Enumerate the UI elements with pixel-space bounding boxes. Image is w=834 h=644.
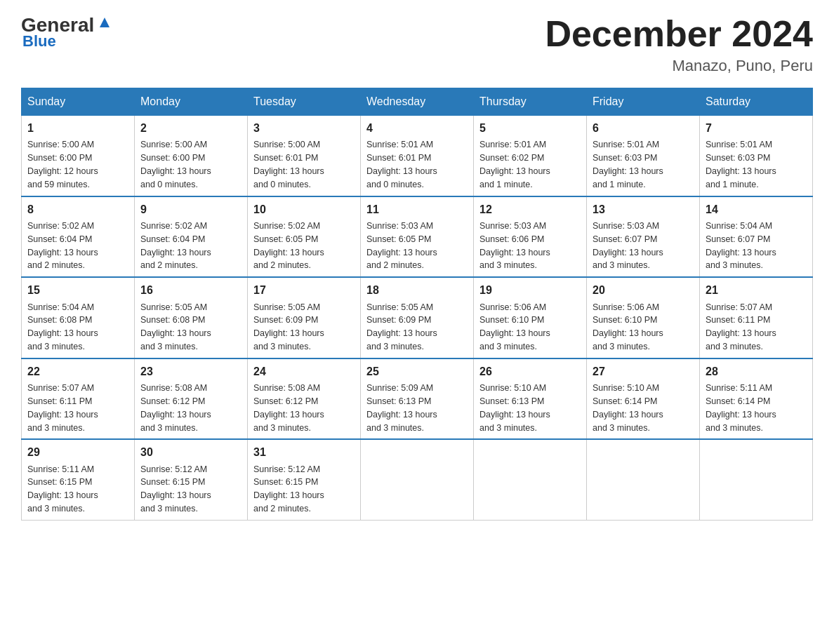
day-info: Sunrise: 5:12 AMSunset: 6:15 PMDaylight:…	[140, 464, 211, 514]
calendar-cell: 14 Sunrise: 5:04 AMSunset: 6:07 PMDaylig…	[700, 196, 813, 278]
column-header-tuesday: Tuesday	[248, 88, 361, 116]
calendar-week-2: 8 Sunrise: 5:02 AMSunset: 6:04 PMDayligh…	[22, 196, 813, 278]
day-info: Sunrise: 5:01 AMSunset: 6:01 PMDaylight:…	[366, 140, 437, 189]
calendar-cell: 20 Sunrise: 5:06 AMSunset: 6:10 PMDaylig…	[587, 277, 700, 358]
calendar-cell: 16 Sunrise: 5:05 AMSunset: 6:08 PMDaylig…	[135, 277, 248, 358]
day-info: Sunrise: 5:02 AMSunset: 6:04 PMDaylight:…	[140, 221, 211, 271]
day-number: 18	[366, 282, 468, 298]
day-info: Sunrise: 5:01 AMSunset: 6:02 PMDaylight:…	[479, 140, 550, 189]
day-info: Sunrise: 5:06 AMSunset: 6:10 PMDaylight:…	[593, 302, 663, 352]
day-info: Sunrise: 5:00 AMSunset: 6:01 PMDaylight:…	[253, 140, 324, 189]
day-number: 22	[27, 363, 128, 380]
day-number: 8	[27, 201, 128, 217]
day-info: Sunrise: 5:07 AMSunset: 6:11 PMDaylight:…	[706, 302, 776, 352]
month-title: December 2024	[545, 14, 813, 54]
calendar-cell: 11 Sunrise: 5:03 AMSunset: 6:05 PMDaylig…	[361, 196, 474, 278]
day-number: 11	[366, 201, 468, 217]
day-info: Sunrise: 5:08 AMSunset: 6:12 PMDaylight:…	[253, 383, 324, 433]
day-number: 23	[140, 363, 241, 380]
day-number: 20	[593, 282, 694, 298]
column-header-saturday: Saturday	[700, 88, 813, 116]
calendar-cell: 5 Sunrise: 5:01 AMSunset: 6:02 PMDayligh…	[474, 116, 587, 196]
day-info: Sunrise: 5:05 AMSunset: 6:09 PMDaylight:…	[253, 302, 324, 352]
day-number: 31	[253, 444, 355, 460]
calendar-cell: 9 Sunrise: 5:02 AMSunset: 6:04 PMDayligh…	[135, 196, 248, 278]
day-info: Sunrise: 5:01 AMSunset: 6:03 PMDaylight:…	[593, 140, 663, 189]
calendar-cell: 1 Sunrise: 5:00 AMSunset: 6:00 PMDayligh…	[22, 116, 135, 196]
day-number: 29	[27, 444, 128, 460]
calendar-cell: 18 Sunrise: 5:05 AMSunset: 6:09 PMDaylig…	[361, 277, 474, 358]
day-number: 17	[253, 282, 355, 298]
calendar-cell	[361, 439, 474, 520]
column-header-friday: Friday	[587, 88, 700, 116]
column-header-monday: Monday	[135, 88, 248, 116]
calendar-cell: 24 Sunrise: 5:08 AMSunset: 6:12 PMDaylig…	[248, 358, 361, 440]
calendar-cell: 2 Sunrise: 5:00 AMSunset: 6:00 PMDayligh…	[135, 116, 248, 196]
day-number: 26	[479, 363, 581, 380]
logo: General Blue	[21, 14, 112, 51]
day-info: Sunrise: 5:12 AMSunset: 6:15 PMDaylight:…	[253, 464, 324, 514]
calendar-cell: 23 Sunrise: 5:08 AMSunset: 6:12 PMDaylig…	[135, 358, 248, 440]
day-info: Sunrise: 5:01 AMSunset: 6:03 PMDaylight:…	[706, 140, 776, 189]
location-title: Manazo, Puno, Peru	[545, 57, 813, 75]
calendar-week-4: 22 Sunrise: 5:07 AMSunset: 6:11 PMDaylig…	[22, 358, 813, 440]
day-info: Sunrise: 5:11 AMSunset: 6:14 PMDaylight:…	[706, 383, 776, 433]
day-info: Sunrise: 5:02 AMSunset: 6:04 PMDaylight:…	[27, 221, 98, 271]
day-number: 30	[140, 444, 241, 460]
calendar-table: SundayMondayTuesdayWednesdayThursdayFrid…	[21, 88, 813, 521]
day-number: 19	[479, 282, 581, 298]
day-number: 1	[27, 120, 128, 136]
day-info: Sunrise: 5:11 AMSunset: 6:15 PMDaylight:…	[27, 464, 98, 514]
calendar-cell: 19 Sunrise: 5:06 AMSunset: 6:10 PMDaylig…	[474, 277, 587, 358]
column-header-sunday: Sunday	[22, 88, 135, 116]
calendar-cell: 21 Sunrise: 5:07 AMSunset: 6:11 PMDaylig…	[700, 277, 813, 358]
calendar-cell: 15 Sunrise: 5:04 AMSunset: 6:08 PMDaylig…	[22, 277, 135, 358]
calendar-week-3: 15 Sunrise: 5:04 AMSunset: 6:08 PMDaylig…	[22, 277, 813, 358]
calendar-cell: 8 Sunrise: 5:02 AMSunset: 6:04 PMDayligh…	[22, 196, 135, 278]
day-number: 4	[366, 120, 468, 136]
day-info: Sunrise: 5:04 AMSunset: 6:08 PMDaylight:…	[27, 302, 98, 352]
day-info: Sunrise: 5:05 AMSunset: 6:08 PMDaylight:…	[140, 302, 211, 352]
calendar-week-1: 1 Sunrise: 5:00 AMSunset: 6:00 PMDayligh…	[22, 116, 813, 196]
day-info: Sunrise: 5:03 AMSunset: 6:05 PMDaylight:…	[366, 221, 437, 271]
svg-marker-0	[100, 18, 110, 27]
day-number: 27	[593, 363, 694, 380]
column-header-thursday: Thursday	[474, 88, 587, 116]
logo-blue: Blue	[21, 32, 56, 51]
calendar-cell: 13 Sunrise: 5:03 AMSunset: 6:07 PMDaylig…	[587, 196, 700, 278]
calendar-week-5: 29 Sunrise: 5:11 AMSunset: 6:15 PMDaylig…	[22, 439, 813, 520]
day-number: 10	[253, 201, 355, 217]
calendar-cell: 12 Sunrise: 5:03 AMSunset: 6:06 PMDaylig…	[474, 196, 587, 278]
calendar-cell	[587, 439, 700, 520]
calendar-cell: 29 Sunrise: 5:11 AMSunset: 6:15 PMDaylig…	[22, 439, 135, 520]
calendar-cell: 25 Sunrise: 5:09 AMSunset: 6:13 PMDaylig…	[361, 358, 474, 440]
calendar-cell: 6 Sunrise: 5:01 AMSunset: 6:03 PMDayligh…	[587, 116, 700, 196]
page-header: General Blue December 2024 Manazo, Puno,…	[21, 14, 813, 75]
day-number: 14	[706, 201, 807, 217]
day-info: Sunrise: 5:00 AMSunset: 6:00 PMDaylight:…	[140, 140, 211, 189]
calendar-cell: 30 Sunrise: 5:12 AMSunset: 6:15 PMDaylig…	[135, 439, 248, 520]
header-row: SundayMondayTuesdayWednesdayThursdayFrid…	[22, 88, 813, 116]
calendar-cell: 10 Sunrise: 5:02 AMSunset: 6:05 PMDaylig…	[248, 196, 361, 278]
title-section: December 2024 Manazo, Puno, Peru	[545, 14, 813, 75]
day-number: 16	[140, 282, 241, 298]
day-number: 12	[479, 201, 581, 217]
calendar-cell: 17 Sunrise: 5:05 AMSunset: 6:09 PMDaylig…	[248, 277, 361, 358]
day-number: 21	[706, 282, 807, 298]
column-header-wednesday: Wednesday	[361, 88, 474, 116]
day-info: Sunrise: 5:03 AMSunset: 6:06 PMDaylight:…	[479, 221, 550, 271]
day-number: 28	[706, 363, 807, 380]
calendar-cell: 22 Sunrise: 5:07 AMSunset: 6:11 PMDaylig…	[22, 358, 135, 440]
logo-triangle-icon	[97, 15, 112, 30]
day-info: Sunrise: 5:08 AMSunset: 6:12 PMDaylight:…	[140, 383, 211, 433]
day-info: Sunrise: 5:04 AMSunset: 6:07 PMDaylight:…	[706, 221, 776, 271]
day-info: Sunrise: 5:10 AMSunset: 6:13 PMDaylight:…	[479, 383, 550, 433]
day-info: Sunrise: 5:10 AMSunset: 6:14 PMDaylight:…	[593, 383, 663, 433]
day-number: 9	[140, 201, 241, 217]
day-number: 15	[27, 282, 128, 298]
day-number: 3	[253, 120, 355, 136]
calendar-cell	[700, 439, 813, 520]
day-info: Sunrise: 5:09 AMSunset: 6:13 PMDaylight:…	[366, 383, 437, 433]
day-number: 24	[253, 363, 355, 380]
day-info: Sunrise: 5:05 AMSunset: 6:09 PMDaylight:…	[366, 302, 437, 352]
